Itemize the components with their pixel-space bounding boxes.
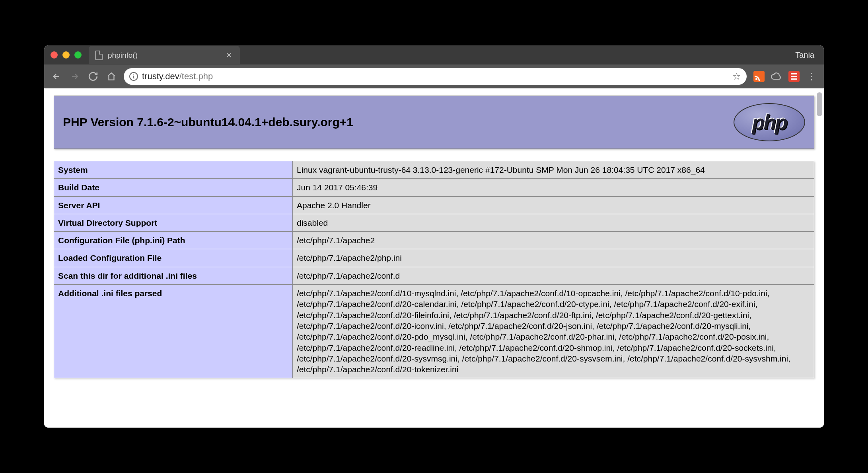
phpinfo-table: SystemLinux vagrant-ubuntu-trusty-64 3.1… [54, 161, 814, 378]
php-version-heading: PHP Version 7.1.6-2~ubuntu14.04.1+deb.su… [63, 115, 353, 129]
table-row: Build DateJun 14 2017 05:46:39 [54, 179, 814, 196]
titlebar: phpinfo() ✕ Tania [44, 45, 824, 64]
table-row: Server APIApache 2.0 Handler [54, 196, 814, 214]
profile-name[interactable]: Tania [795, 51, 817, 60]
window-controls [51, 51, 82, 59]
info-key: Additional .ini files parsed [54, 285, 293, 378]
cloud-extension-icon[interactable] [771, 70, 782, 82]
home-button[interactable] [105, 70, 117, 82]
close-window-button[interactable] [51, 51, 58, 59]
table-row: Scan this dir for additional .ini files/… [54, 267, 814, 284]
browser-menu-button[interactable]: ⋮ [806, 71, 817, 82]
info-key: Loaded Configuration File [54, 249, 293, 267]
close-tab-button[interactable]: ✕ [226, 51, 232, 60]
scrollbar-thumb[interactable] [817, 92, 822, 116]
info-key: Build Date [54, 179, 293, 196]
phpinfo-header: PHP Version 7.1.6-2~ubuntu14.04.1+deb.su… [54, 96, 814, 149]
table-row: Virtual Directory Supportdisabled [54, 214, 814, 231]
page-viewport: PHP Version 7.1.6-2~ubuntu14.04.1+deb.su… [44, 88, 824, 428]
info-key: Server API [54, 196, 293, 214]
url-host: trusty.dev [142, 71, 179, 81]
address-bar[interactable]: i trusty.dev/test.php ☆ [124, 68, 747, 85]
minimize-window-button[interactable] [62, 51, 70, 59]
table-row: Loaded Configuration File/etc/php/7.1/ap… [54, 249, 814, 267]
info-value: /etc/php/7.1/apache2/php.ini [293, 249, 814, 267]
toolbar: i trusty.dev/test.php ☆ ⋮ [44, 64, 824, 88]
info-key: Scan this dir for additional .ini files [54, 267, 293, 284]
reload-button[interactable] [87, 70, 99, 82]
page-icon [95, 51, 103, 60]
php-logo: php [734, 103, 805, 141]
rss-extension-icon[interactable] [753, 70, 765, 82]
info-key: System [54, 161, 293, 179]
url-path: /test.php [179, 71, 213, 81]
info-value: /etc/php/7.1/apache2 [293, 232, 814, 249]
info-value: Linux vagrant-ubuntu-trusty-64 3.13.0-12… [293, 161, 814, 179]
maximize-window-button[interactable] [74, 51, 82, 59]
table-row: SystemLinux vagrant-ubuntu-trusty-64 3.1… [54, 161, 814, 179]
site-info-icon[interactable]: i [129, 72, 138, 81]
info-value: Apache 2.0 Handler [293, 196, 814, 214]
browser-window: phpinfo() ✕ Tania i trusty.dev/test.php … [44, 45, 824, 428]
info-value: disabled [293, 214, 814, 231]
table-row: Additional .ini files parsed/etc/php/7.1… [54, 285, 814, 378]
table-row: Configuration File (php.ini) Path/etc/ph… [54, 232, 814, 249]
info-key: Virtual Directory Support [54, 214, 293, 231]
php-logo-text: php [752, 110, 786, 134]
tab-title: phpinfo() [108, 51, 221, 60]
info-value: /etc/php/7.1/apache2/conf.d/10-mysqlnd.i… [293, 285, 814, 378]
info-value: Jun 14 2017 05:46:39 [293, 179, 814, 196]
browser-tab[interactable]: phpinfo() ✕ [89, 46, 240, 65]
phpinfo-page: PHP Version 7.1.6-2~ubuntu14.04.1+deb.su… [44, 88, 824, 378]
forward-button[interactable] [69, 70, 81, 82]
info-value: /etc/php/7.1/apache2/conf.d [293, 267, 814, 284]
bookmark-star-icon[interactable]: ☆ [732, 71, 741, 82]
todoist-extension-icon[interactable] [788, 70, 800, 82]
info-key: Configuration File (php.ini) Path [54, 232, 293, 249]
extensions: ⋮ [753, 70, 817, 82]
url-text: trusty.dev/test.php [142, 71, 213, 82]
back-button[interactable] [51, 70, 62, 82]
